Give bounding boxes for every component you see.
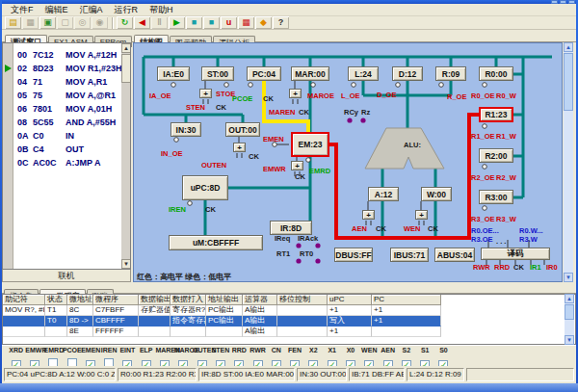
scroll-down-icon[interactable]: ▼ <box>564 273 573 282</box>
window-border-left <box>0 0 2 392</box>
reg-ir[interactable]: IR:8D <box>270 221 312 235</box>
reg-st[interactable]: ST:00 <box>201 66 234 81</box>
clock-em[interactable]: + <box>291 161 303 170</box>
code-bytes: 71 <box>33 77 66 87</box>
bottom-tab-bar: 指令集uM微程序跟踪 <box>2 282 576 294</box>
diagram-scroll-thumb[interactable] <box>564 53 573 111</box>
reg-a[interactable]: A:12 <box>368 187 399 201</box>
signal-xrd: XRD✓ <box>7 346 25 366</box>
step-over-button[interactable]: ■ <box>203 16 220 29</box>
step-into-button[interactable]: ■ <box>186 16 202 29</box>
signal-label: RT0 <box>300 249 313 258</box>
code-bytes: C0 <box>33 131 66 141</box>
column-header: 状态 <box>45 295 67 305</box>
bus-dbus[interactable]: DBUS:FF <box>334 248 373 262</box>
reg-out[interactable]: OUT:00 <box>225 122 260 137</box>
code-address: 04 <box>17 77 33 87</box>
reg-upc[interactable]: uPC:8D <box>182 175 228 200</box>
clock-mar[interactable]: + <box>289 89 302 98</box>
scroll-up-icon[interactable]: ▲ <box>565 294 574 303</box>
signal-label: R_OE <box>447 92 466 101</box>
reg-l[interactable]: L:24 <box>348 66 379 81</box>
reg-r2[interactable]: R2:00 <box>479 148 513 163</box>
table-scrollbar[interactable]: ▲ ▼ <box>565 294 574 345</box>
maximize-button[interactable] <box>560 0 566 4</box>
code-line[interactable]: 085C55AND A,#55H <box>3 116 130 129</box>
signal-maroe: MAROE✓ <box>174 346 193 366</box>
code-line[interactable]: 0575MOV A,@R1 <box>3 89 130 102</box>
refresh-button[interactable]: ↻ <box>117 16 133 29</box>
menu-run[interactable]: 运行R <box>110 4 144 16</box>
scroll-up-icon[interactable]: ▲ <box>121 43 131 53</box>
reg-ia[interactable]: IA:E0 <box>157 66 190 81</box>
code-line[interactable]: 0AC0IN <box>3 129 130 143</box>
clock-st[interactable]: + <box>199 89 212 98</box>
simulator-window: 文件F编辑E汇编A运行R帮助H ▤▦▣▢◎◉↻◀‖▶■■u▦◆? 调试窗口EX1… <box>0 0 578 392</box>
table-row[interactable]: MOV R?, #IIT18CC7FBFF存贮器值EM寄存器R?PC输出A输出+… <box>3 305 575 316</box>
reg-mar[interactable]: MAR:00 <box>291 66 329 81</box>
close-button[interactable] <box>568 0 575 4</box>
logic-analyzer-button[interactable]: ▦ <box>238 16 254 29</box>
reg-pc[interactable]: PC:04 <box>247 66 281 81</box>
listing-scrollbar[interactable]: ▲ ▼ <box>121 43 131 269</box>
table-cell <box>277 316 328 327</box>
listing-scroll-thumb[interactable] <box>121 54 131 83</box>
assemble-button[interactable]: ▣ <box>39 16 56 29</box>
help-button[interactable]: ? <box>273 16 289 29</box>
column-header: 运算器 <box>243 295 277 305</box>
table-scroll-thumb[interactable] <box>565 304 574 320</box>
clock-a[interactable]: + <box>362 210 375 220</box>
reg-um[interactable]: uM:CBFFFF <box>169 235 263 250</box>
structure-diagram: 红色：高电平 绿色：低电平 IA:E0ST:00PC:04MAR:00L:24D… <box>133 42 563 282</box>
scroll-up-icon[interactable]: ▲ <box>564 42 573 52</box>
table-row[interactable]: 8EFFFFFFA输出+1 <box>3 327 575 337</box>
signal-emrd: EMRD <box>44 346 63 366</box>
menu-help[interactable]: 帮助H <box>144 4 178 16</box>
reg-in[interactable]: IN:30 <box>171 122 201 137</box>
reg-r[interactable]: R:09 <box>435 66 466 81</box>
scroll-down-icon[interactable]: ▼ <box>121 259 131 269</box>
code-line[interactable]: 0CAC0CA:JMP A <box>3 156 130 170</box>
menu-assemble[interactable]: 汇编A <box>75 4 108 16</box>
gutter-cell <box>3 156 14 170</box>
find-button: ◎ <box>74 16 91 29</box>
code-line[interactable]: 067801MOV A,01H <box>3 102 130 116</box>
reg-w[interactable]: W:00 <box>421 187 452 201</box>
signal-s0: S0✓ <box>434 346 453 366</box>
run-button[interactable]: ▶ <box>169 16 185 29</box>
code-line[interactable]: 028D23MOV R1,#23H <box>3 62 130 75</box>
port-button[interactable]: ◆ <box>255 16 272 29</box>
menu-edit[interactable]: 编辑E <box>40 4 73 16</box>
table-cell <box>3 327 45 337</box>
bus-abus[interactable]: ABUS:04 <box>434 248 475 262</box>
clock-out[interactable]: + <box>233 143 246 152</box>
table-cell: PC输出 <box>206 305 243 316</box>
clock-w[interactable]: + <box>415 210 428 220</box>
reg-r0[interactable]: R0:00 <box>479 66 513 81</box>
table-cell <box>171 327 206 337</box>
signal-label: RCy <box>344 108 358 117</box>
reg-d[interactable]: D:12 <box>392 66 423 81</box>
menu-file[interactable]: 文件F <box>6 4 39 16</box>
code-line[interactable]: 0471MOV A,R1 <box>3 75 130 89</box>
reg-r1[interactable]: R1:23 <box>479 107 513 122</box>
signal-label: OUTEN <box>201 161 226 170</box>
reg-em[interactable]: EM:23 <box>291 132 329 157</box>
micro-run-button[interactable]: u <box>221 16 237 29</box>
minimize-button[interactable] <box>551 0 558 4</box>
microprogram-panel: 指令集uM微程序跟踪 助记符状态微地址微程序数据输出数据打入地址输出运算器移位控… <box>2 282 576 345</box>
signal-s2: S2✓ <box>397 346 415 366</box>
code-line[interactable]: 007C12MOV A,#12H <box>3 48 130 62</box>
diagram-scrollbar[interactable]: ▲ ▼ <box>564 42 573 282</box>
open-file-button[interactable]: ▤ <box>5 16 21 29</box>
reset-button[interactable]: ◀ <box>134 16 150 29</box>
signal-checkbox-bar: XRD✓EMWR✓EMRDPCOEEMEN✓IRENEINT✓ELP✓MAREN… <box>2 345 576 366</box>
table-row[interactable]: T08D ->CBFFFF指令寄存器PC输出A输出写入+1 <box>3 316 575 327</box>
structure-panel: 结构图图示帮助逻辑分析 <box>131 30 576 282</box>
code-line[interactable]: 0BC4OUT <box>3 143 130 156</box>
decoder[interactable]: 译码 <box>481 248 550 260</box>
bus-ibus[interactable]: IBUS:71 <box>390 248 429 262</box>
title-bar[interactable] <box>0 0 578 4</box>
scroll-down-icon[interactable]: ▼ <box>565 335 574 345</box>
reg-r3[interactable]: R3:00 <box>479 190 513 204</box>
